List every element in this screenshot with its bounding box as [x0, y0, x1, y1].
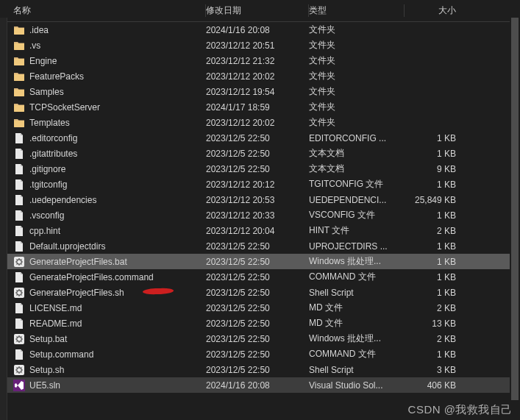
scrollbar-thumb[interactable] [511, 18, 519, 400]
file-type-cell: COMMAND 文件 [309, 348, 405, 360]
file-name-label: Setup.sh [29, 365, 64, 375]
file-size-cell: 2 KB [405, 334, 478, 344]
file-size-cell: 406 KB [405, 380, 478, 391]
file-icon [13, 241, 25, 252]
file-name-cell: README.md [0, 318, 206, 330]
file-date-cell: 2023/12/12 20:51 [206, 40, 309, 51]
file-row[interactable]: .uedependencies2023/12/12 20:53UEDEPENDE… [0, 192, 520, 207]
file-size-cell: 25,849 KB [405, 195, 478, 205]
file-row[interactable]: .gitattributes2023/12/5 22:50文本文档1 KB [0, 146, 520, 161]
file-date-cell: 2023/12/12 21:32 [206, 56, 309, 66]
file-name-label: TCPSocketServer [29, 102, 100, 113]
file-date-cell: 2023/12/5 22:50 [206, 149, 309, 159]
file-name-cell: Samples [0, 86, 206, 98]
file-name-label: GenerateProjectFiles.bat [29, 257, 127, 267]
file-date-cell: 2023/12/5 22:50 [206, 164, 309, 174]
file-name-label: .editorconfig [29, 133, 77, 143]
file-row[interactable]: Setup.command2023/12/5 22:50COMMAND 文件1 … [0, 346, 520, 362]
file-list: .idea2024/1/16 20:08文件夹.vs2023/12/12 20:… [0, 22, 520, 420]
file-row[interactable]: Setup.bat2023/12/5 22:50Windows 批处理...2 … [0, 331, 520, 346]
file-name-cell: Setup.command [0, 349, 206, 360]
file-row[interactable]: .idea2024/1/16 20:08文件夹 [0, 22, 520, 38]
column-header-size[interactable]: 大小 [405, 4, 478, 17]
scrollbar[interactable] [510, 18, 520, 420]
file-row[interactable]: Samples2023/12/12 19:54文件夹 [0, 84, 520, 99]
file-type-cell: 文本文档 [309, 147, 405, 160]
file-date-cell: 2023/12/5 22:50 [206, 303, 309, 313]
file-icon [13, 179, 25, 191]
folder-icon [13, 24, 25, 36]
file-icon [13, 132, 25, 144]
file-size-cell: 2 KB [405, 303, 478, 313]
file-name-label: .tgitconfig [29, 179, 67, 190]
column-header-type[interactable]: 类型 [309, 4, 405, 17]
file-date-cell: 2024/1/17 18:59 [206, 102, 309, 113]
folder-icon [13, 102, 25, 113]
file-type-cell: 文件夹 [309, 54, 405, 67]
left-gutter [0, 18, 7, 420]
file-type-cell: MD 文件 [309, 302, 405, 314]
file-date-cell: 2023/12/5 22:50 [206, 288, 309, 298]
file-row[interactable]: Default.uprojectdirs2023/12/5 22:50UPROJ… [0, 238, 520, 254]
file-type-cell: MD 文件 [309, 317, 405, 330]
column-header-name[interactable]: 名称 [0, 4, 206, 17]
file-name-label: cpp.hint [29, 226, 60, 236]
file-row[interactable]: FeaturePacks2023/12/12 20:02文件夹 [0, 68, 520, 84]
file-icon [13, 148, 25, 160]
file-type-cell: 文件夹 [309, 116, 405, 129]
file-row[interactable]: LICENSE.md2023/12/5 22:50MD 文件2 KB [0, 300, 520, 316]
file-row[interactable]: .tgitconfig2023/12/12 20:12TGITCONFIG 文件… [0, 177, 520, 192]
file-size-cell: 3 KB [405, 365, 478, 375]
file-row[interactable]: UE5.sln2024/1/16 20:08Visual Studio Sol.… [0, 377, 520, 393]
file-name-label: Samples [29, 87, 64, 97]
column-header-row: 名称 修改日期 类型 大小 [0, 0, 520, 22]
file-icon [13, 349, 25, 360]
file-size-cell: 1 KB [405, 349, 478, 360]
file-row[interactable]: GenerateProjectFiles.bat2023/12/5 22:50W… [0, 254, 520, 269]
file-date-cell: 2023/12/12 20:04 [206, 226, 309, 236]
file-name-cell: Templates [0, 117, 206, 129]
column-header-date[interactable]: 修改日期 [206, 4, 309, 17]
file-row[interactable]: .vsconfig2023/12/12 20:33VSCONFIG 文件1 KB [0, 207, 520, 223]
file-row[interactable]: cpp.hint2023/12/12 20:04HINT 文件2 KB [0, 223, 520, 238]
file-name-label: Setup.bat [29, 334, 67, 344]
file-type-cell: TGITCONFIG 文件 [309, 178, 405, 191]
file-name-cell: Setup.bat [0, 333, 206, 345]
file-row[interactable]: .editorconfig2023/12/5 22:50EDITORCONFIG… [0, 130, 520, 146]
file-name-cell: .gitattributes [0, 148, 206, 160]
file-name-cell: GenerateProjectFiles.command [0, 271, 206, 283]
file-date-cell: 2023/12/12 20:02 [206, 71, 309, 82]
file-date-cell: 2023/12/5 22:50 [206, 365, 309, 375]
file-icon [13, 225, 25, 237]
file-row[interactable]: TCPSocketServer2024/1/17 18:59文件夹 [0, 99, 520, 115]
file-date-cell: 2023/12/5 22:50 [206, 272, 309, 282]
file-name-label: LICENSE.md [29, 303, 82, 313]
file-name-label: Default.uprojectdirs [29, 241, 105, 252]
file-type-cell: UPROJECTDIRS ... [309, 241, 405, 252]
file-row[interactable]: README.md2023/12/5 22:50MD 文件13 KB [0, 316, 520, 331]
file-icon [13, 163, 25, 175]
file-icon [13, 210, 25, 221]
file-size-cell: 1 KB [405, 133, 478, 143]
file-name-cell: .gitignore [0, 163, 206, 175]
file-row[interactable]: Templates2023/12/12 20:02文件夹 [0, 115, 520, 130]
file-date-cell: 2024/1/16 20:08 [206, 380, 309, 391]
file-row[interactable]: GenerateProjectFiles.command2023/12/5 22… [0, 269, 520, 285]
file-type-cell: VSCONFIG 文件 [309, 209, 405, 221]
file-row[interactable]: .vs2023/12/12 20:51文件夹 [0, 38, 520, 53]
file-icon [13, 318, 25, 330]
file-name-cell: .editorconfig [0, 132, 206, 144]
file-name-label: UE5.sln [29, 380, 60, 391]
file-type-cell: 文件夹 [309, 101, 405, 113]
file-name-cell: UE5.sln [0, 380, 206, 391]
file-name-label: GenerateProjectFiles.command [29, 272, 154, 282]
file-row[interactable]: .gitignore2023/12/5 22:50文本文档9 KB [0, 161, 520, 177]
file-row[interactable]: GenerateProjectFiles.sh2023/12/5 22:50Sh… [0, 285, 520, 300]
file-name-cell: .vs [0, 40, 206, 51]
folder-icon [13, 86, 25, 98]
file-row[interactable]: Setup.sh2023/12/5 22:50Shell Script3 KB [0, 362, 520, 377]
file-type-cell: Shell Script [309, 288, 405, 298]
file-name-label: .gitignore [29, 164, 65, 174]
file-row[interactable]: Engine2023/12/12 21:32文件夹 [0, 53, 520, 68]
file-date-cell: 2023/12/5 22:50 [206, 318, 309, 329]
